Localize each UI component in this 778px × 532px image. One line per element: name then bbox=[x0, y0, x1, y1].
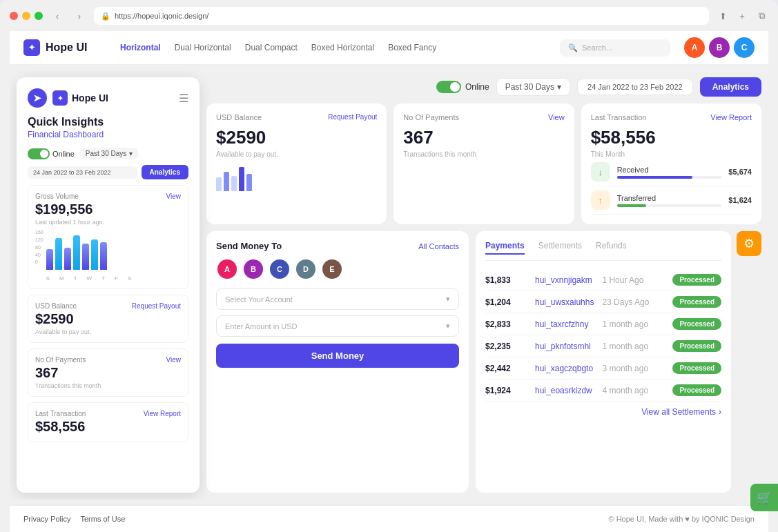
table-row: $2,235 hui_pknfotsmhl 1 month ago Proces… bbox=[485, 335, 721, 357]
tx-id-1[interactable]: hui_uwsxaiuhhs bbox=[535, 297, 594, 307]
tx-id-0[interactable]: hui_vxnnjigakm bbox=[535, 275, 594, 285]
sidebar-date-display: 24 Jan 2022 to 23 Feb 2022 bbox=[28, 166, 137, 179]
tx-id-5[interactable]: hui_eoasrkizdw bbox=[535, 386, 594, 395]
y-axis: 16012080400 bbox=[35, 230, 43, 264]
dashboard-topbar: Online Past 30 Days ▾ 24 Jan 2022 to 23 … bbox=[206, 77, 761, 97]
new-tab-icon[interactable]: + bbox=[735, 9, 749, 23]
sidebar-controls: Online Past 30 Days ▾ bbox=[28, 148, 188, 159]
request-payout-link[interactable]: Request Payout bbox=[328, 113, 377, 121]
main-analytics-button[interactable]: Analytics bbox=[700, 77, 761, 97]
avatar-1[interactable]: A bbox=[684, 37, 705, 58]
main-online-label: Online bbox=[465, 82, 489, 92]
gross-volume-view[interactable]: View bbox=[166, 193, 182, 200]
tab-settlements[interactable]: Settlements bbox=[538, 241, 582, 255]
forward-button[interactable]: › bbox=[72, 8, 87, 23]
share-icon[interactable]: ⬆ bbox=[716, 9, 730, 23]
select-account-dropdown[interactable]: Select Your Account ▾ bbox=[216, 288, 459, 310]
enter-amount-input[interactable]: Enter Amount in USD ▾ bbox=[216, 315, 459, 337]
payments-card-value: 367 bbox=[403, 127, 564, 148]
sidebar-online-toggle[interactable]: Online bbox=[28, 148, 75, 159]
nav-boxed-fancy[interactable]: Boxed Fancy bbox=[388, 43, 436, 52]
tx-id-4[interactable]: hui_xagczqbgto bbox=[535, 364, 594, 373]
nav-dual-compact[interactable]: Dual Compact bbox=[245, 43, 298, 52]
sidebar-logo: ➤ ✦ Hope UI bbox=[28, 88, 108, 108]
sidebar-analytics-button[interactable]: Analytics bbox=[142, 165, 188, 179]
contact-3[interactable]: C bbox=[269, 258, 291, 280]
bar-sat bbox=[100, 242, 107, 270]
send-money-card: Send Money To All Contacts A B C D E Sel… bbox=[206, 231, 469, 493]
tx-status-5: Processed bbox=[672, 384, 721, 396]
avatar-2[interactable]: B bbox=[709, 37, 730, 58]
payments-card-header: No Of Payments View bbox=[403, 113, 564, 121]
nav-links: Horizontal Dual Horizontal Dual Compact … bbox=[120, 43, 546, 52]
all-contacts-link[interactable]: All Contacts bbox=[418, 242, 459, 250]
received-icon: ↓ bbox=[591, 162, 610, 181]
payments-card-title: No Of Payments bbox=[403, 113, 459, 121]
chart-bar-2 bbox=[224, 172, 229, 191]
table-row: $1,924 hui_eoasrkizdw 4 month ago Proces… bbox=[485, 380, 721, 402]
nav-horizontal[interactable]: Horizontal bbox=[120, 43, 161, 52]
main-toggle-switch[interactable] bbox=[436, 81, 461, 93]
contact-4[interactable]: D bbox=[295, 258, 317, 280]
tab-payments[interactable]: Payments bbox=[485, 241, 525, 255]
tx-time-1: 23 Days Ago bbox=[602, 297, 664, 307]
enter-amount-label: Enter Amount in USD bbox=[225, 322, 298, 331]
send-money-button[interactable]: Send Money bbox=[216, 344, 459, 368]
terms-of-use-link[interactable]: Terms of Use bbox=[80, 515, 125, 523]
received-transaction: ↓ Received $5,674 bbox=[591, 158, 752, 186]
sidebar-date-range-text: Past 30 Days bbox=[86, 150, 126, 157]
browser-titlebar: ‹ › 🔒 https://hopeui.iqonic.design/ ⬆ + … bbox=[10, 7, 768, 26]
transactions-card: Payments Settlements Refunds $1,833 hui_… bbox=[476, 231, 731, 493]
hamburger-icon[interactable]: ☰ bbox=[179, 92, 188, 105]
sidebar-payments-sub: Transactions this month bbox=[35, 382, 181, 389]
sidebar-date-range[interactable]: Past 30 Days ▾ bbox=[80, 148, 138, 159]
traffic-lights bbox=[10, 12, 43, 20]
sidebar-usd-label: USD Balance bbox=[35, 302, 77, 310]
last-transaction-sub: This Month bbox=[591, 150, 752, 158]
tx-amount-2: $2,833 bbox=[485, 319, 527, 329]
avatar-3[interactable]: C bbox=[734, 37, 755, 58]
minimize-button[interactable] bbox=[22, 12, 30, 20]
tx-time-3: 1 month ago bbox=[602, 342, 664, 351]
gear-widget[interactable]: ⚙ bbox=[737, 231, 761, 256]
maximize-button[interactable] bbox=[35, 12, 43, 20]
sidebar-request-payout[interactable]: Request Payout bbox=[132, 302, 181, 310]
address-bar[interactable]: 🔒 https://hopeui.iqonic.design/ bbox=[94, 7, 709, 25]
payments-view-link[interactable]: View bbox=[548, 113, 565, 121]
nav-dual-horizontal[interactable]: Dual Horizontal bbox=[175, 43, 231, 52]
main-online-toggle[interactable]: Online bbox=[436, 81, 489, 93]
tx-id-2[interactable]: hui_taxrcfzhny bbox=[535, 319, 594, 329]
gross-chart-container: 16012080400 SMTWTFS bbox=[35, 230, 181, 282]
received-details: Received bbox=[617, 166, 722, 179]
tx-id-3[interactable]: hui_pknfotsmhl bbox=[535, 342, 594, 351]
financial-dashboard-label: Financial Dashboard bbox=[28, 130, 188, 139]
tx-amount-4: $2,442 bbox=[485, 364, 527, 373]
contact-5[interactable]: E bbox=[321, 258, 343, 280]
view-report-link[interactable]: View Report bbox=[710, 113, 752, 121]
sidebar-payments-header: No Of Payments View bbox=[35, 356, 181, 364]
contact-1[interactable]: A bbox=[216, 258, 238, 280]
privacy-policy-link[interactable]: Privacy Policy bbox=[23, 515, 70, 523]
sidebar-payments-card: No Of Payments View 367 Transactions thi… bbox=[28, 348, 188, 397]
sidebar-payments-view[interactable]: View bbox=[166, 356, 182, 364]
search-bar[interactable]: 🔍 Search... bbox=[560, 39, 670, 57]
usd-balance-card-header: USD Balance Request Payout bbox=[216, 113, 377, 121]
cart-widget[interactable]: 🛒 bbox=[750, 484, 778, 511]
close-button[interactable] bbox=[10, 12, 18, 20]
last-transaction-card-header: Last Transaction View Report bbox=[591, 113, 752, 121]
back-button[interactable]: ‹ bbox=[50, 8, 65, 23]
tx-status-4: Processed bbox=[672, 362, 721, 374]
browser-actions: ⬆ + ⧉ bbox=[716, 9, 768, 23]
transferred-transaction: ↑ Transferred $1,624 bbox=[591, 186, 752, 215]
bar-sun bbox=[46, 249, 53, 270]
tabs-icon[interactable]: ⧉ bbox=[755, 9, 768, 23]
amount-chevron-icon: ▾ bbox=[446, 322, 450, 331]
tab-refunds[interactable]: Refunds bbox=[596, 241, 627, 255]
contacts-row: A B C D E bbox=[216, 258, 459, 280]
view-all-settlements[interactable]: View all Settlements › bbox=[485, 407, 721, 417]
contact-2[interactable]: B bbox=[242, 258, 264, 280]
sidebar-view-report[interactable]: View Report bbox=[144, 410, 181, 417]
nav-boxed-horizontal[interactable]: Boxed Horizontal bbox=[311, 43, 374, 52]
main-date-range[interactable]: Past 30 Days ▾ bbox=[496, 78, 570, 96]
toggle-switch[interactable] bbox=[28, 148, 50, 159]
